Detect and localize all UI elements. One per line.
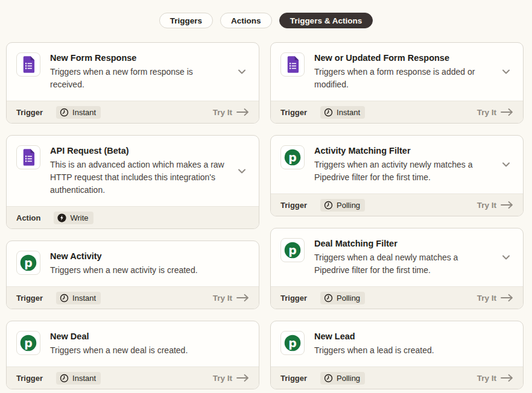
card-footer: Trigger Polling Try It — [271, 286, 523, 309]
clock-icon — [60, 374, 69, 383]
card-type-label: Trigger — [280, 294, 307, 303]
card-title: New Deal — [50, 332, 249, 341]
card-title: API Request (Beta) — [50, 146, 225, 156]
card-header[interactable]: New Form Response Triggers when a new fo… — [7, 43, 259, 101]
badge-label: Instant — [337, 108, 360, 117]
chevron-down-icon[interactable] — [499, 238, 513, 277]
arrow-right-icon — [236, 374, 249, 382]
card-description: Triggers when a deal newly matches a Pip… — [314, 251, 489, 277]
card-type-label: Trigger — [280, 108, 307, 117]
google-forms-icon — [16, 145, 40, 169]
card-footer: Action Write — [7, 206, 259, 228]
chevron-down-icon[interactable] — [235, 52, 249, 91]
card-header[interactable]: New or Updated Form Response Triggers wh… — [271, 43, 523, 101]
tab-triggers-actions[interactable]: Triggers & Actions — [279, 13, 373, 28]
badge-label: Polling — [337, 201, 360, 210]
svg-text:p: p — [288, 244, 297, 257]
clock-icon — [324, 294, 333, 303]
arrow-right-icon — [236, 294, 249, 302]
integration-card[interactable]: p Deal Matching Filter Triggers when a d… — [270, 228, 524, 309]
badge-label: Write — [70, 213, 88, 222]
card-footer: Trigger Instant Try It — [7, 101, 259, 123]
try-it-label: Try It — [477, 294, 496, 303]
status-badge: Instant — [56, 372, 101, 385]
card-type-label: Trigger — [280, 201, 307, 210]
status-badge: Write — [54, 212, 93, 224]
card-description: This is an advanced action which makes a… — [50, 159, 225, 196]
tab-label: Triggers & Actions — [290, 16, 363, 25]
chevron-down-icon[interactable] — [235, 145, 249, 196]
integration-card[interactable]: p New Deal Triggers when a new deal is c… — [6, 321, 259, 389]
clock-icon — [60, 294, 69, 303]
column-right: New or Updated Form Response Triggers wh… — [270, 42, 524, 389]
pipedrive-icon: p — [16, 251, 40, 275]
pipedrive-icon: p — [280, 238, 305, 262]
card-footer: Trigger Polling Try It — [271, 193, 523, 216]
arrow-right-icon — [501, 374, 513, 382]
integration-card[interactable]: New or Updated Form Response Triggers wh… — [270, 42, 524, 124]
card-description: Triggers when an activity newly matches … — [314, 159, 489, 184]
card-header[interactable]: p Activity Matching Filter Triggers when… — [271, 136, 523, 193]
tab-label: Triggers — [170, 16, 202, 25]
clock-icon — [60, 108, 69, 117]
try-it-link[interactable]: Try It — [213, 374, 249, 383]
integration-cards: New Form Response Triggers when a new fo… — [0, 28, 532, 389]
try-it-link[interactable]: Try It — [477, 374, 513, 383]
chevron-down-icon[interactable] — [499, 145, 513, 184]
try-it-label: Try It — [213, 374, 232, 383]
card-description: Triggers when a form response is added o… — [314, 66, 489, 91]
card-type-label: Trigger — [16, 294, 43, 303]
try-it-link[interactable]: Try It — [477, 294, 513, 303]
card-header[interactable]: p Deal Matching Filter Triggers when a d… — [271, 228, 523, 286]
google-forms-icon — [280, 52, 305, 77]
try-it-label: Try It — [477, 374, 496, 383]
card-title: Deal Matching Filter — [314, 239, 489, 248]
try-it-link[interactable]: Try It — [213, 108, 249, 117]
try-it-link[interactable]: Try It — [213, 294, 249, 303]
clock-icon — [324, 108, 333, 117]
svg-text:p: p — [288, 336, 297, 350]
card-title: Activity Matching Filter — [314, 146, 489, 156]
card-header[interactable]: p New Deal Triggers when a new deal is c… — [7, 321, 259, 366]
try-it-label: Try It — [213, 108, 232, 117]
svg-text:p: p — [24, 256, 33, 269]
filter-tabs: Triggers Actions Triggers & Actions — [0, 0, 532, 28]
tab-actions[interactable]: Actions — [220, 13, 272, 28]
tab-triggers[interactable]: Triggers — [159, 13, 213, 28]
column-left: New Form Response Triggers when a new fo… — [6, 42, 259, 389]
chevron-down-icon[interactable] — [499, 52, 513, 91]
try-it-label: Try It — [477, 108, 496, 117]
try-it-link[interactable]: Try It — [477, 201, 513, 210]
card-type-label: Trigger — [280, 374, 307, 383]
card-footer: Trigger Instant Try It — [7, 286, 259, 309]
integration-card[interactable]: p New Lead Triggers when a lead is creat… — [270, 321, 524, 389]
card-description: Triggers when a new deal is created. — [50, 344, 232, 357]
status-badge: Polling — [320, 372, 365, 385]
card-title: New Lead — [314, 332, 513, 341]
card-footer: Trigger Instant Try It — [7, 366, 259, 389]
pipedrive-icon: p — [16, 331, 40, 355]
integration-card[interactable]: API Request (Beta) This is an advanced a… — [6, 135, 259, 229]
card-type-label: Trigger — [16, 374, 43, 383]
card-title: New Form Response — [50, 53, 225, 63]
arrow-right-icon — [236, 108, 249, 116]
card-header[interactable]: p New Activity Triggers when a new activ… — [7, 241, 259, 286]
integration-card[interactable]: New Form Response Triggers when a new fo… — [6, 42, 259, 124]
status-badge: Polling — [320, 199, 365, 212]
clock-icon — [324, 374, 333, 383]
card-header[interactable]: API Request (Beta) This is an advanced a… — [7, 136, 259, 206]
badge-label: Polling — [337, 374, 360, 383]
svg-text:p: p — [24, 336, 33, 350]
card-title: New or Updated Form Response — [314, 53, 489, 63]
badge-label: Polling — [337, 294, 360, 303]
badge-label: Instant — [72, 374, 96, 383]
card-header[interactable]: p New Lead Triggers when a lead is creat… — [271, 321, 523, 366]
status-badge: Polling — [320, 292, 365, 304]
card-description: Triggers when a new activity is created. — [50, 264, 232, 277]
status-badge: Instant — [320, 106, 365, 119]
try-it-link[interactable]: Try It — [477, 108, 513, 117]
try-it-label: Try It — [477, 201, 496, 210]
integration-card[interactable]: p New Activity Triggers when a new activ… — [6, 241, 259, 309]
integration-card[interactable]: p Activity Matching Filter Triggers when… — [270, 135, 524, 216]
card-type-label: Trigger — [16, 108, 43, 117]
